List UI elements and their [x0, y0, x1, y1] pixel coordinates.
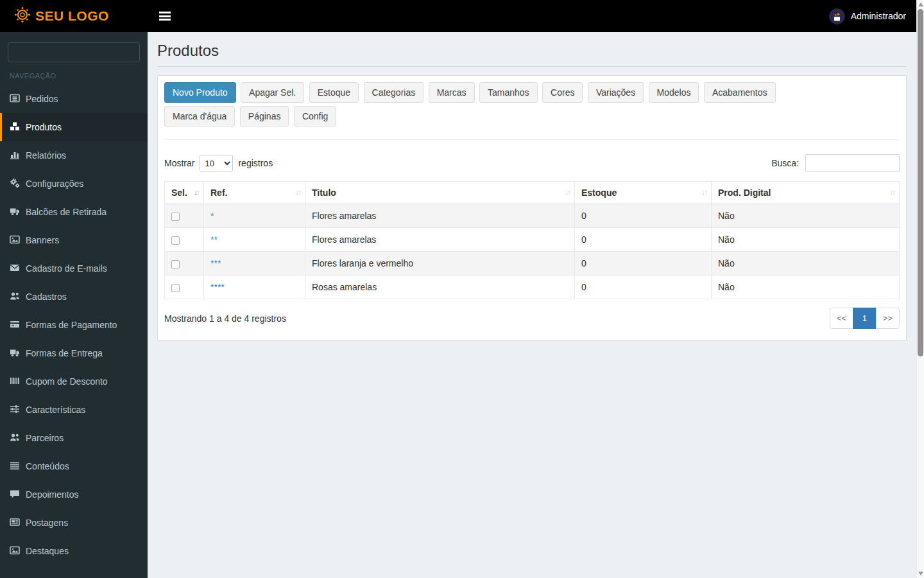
- sidebar-item-caracteristicas[interactable]: Características: [0, 396, 148, 424]
- page-length-control: Mostrar 10 registros: [164, 155, 273, 171]
- payment-credit-card-icon: [10, 319, 20, 331]
- column-header-prod-digital[interactable]: Prod. Digital ↓↑: [712, 182, 900, 204]
- orders-icon: [10, 93, 20, 105]
- toolbar-row-2: Marca d'água Páginas Config: [164, 106, 900, 130]
- highlights-image-icon: [10, 545, 20, 557]
- sidebar-item-banners[interactable]: Banners: [0, 226, 148, 254]
- table-row: * Flores amarelas 0 Não: [165, 204, 900, 228]
- variations-button[interactable]: Variações: [588, 82, 644, 103]
- column-header-estoque[interactable]: Estoque ↓↑: [575, 182, 712, 204]
- ref-link[interactable]: ***: [210, 258, 221, 268]
- watermark-button[interactable]: Marca d'água: [164, 106, 235, 127]
- scrollbar-thumb[interactable]: [918, 9, 923, 356]
- sort-icon: ↓↑: [889, 188, 894, 197]
- pagination-page-1-button[interactable]: 1: [853, 308, 877, 329]
- posts-newspaper-icon: [10, 517, 20, 529]
- sidebar-item-formas-de-pagamento[interactable]: Formas de Pagamento: [0, 311, 148, 339]
- sidebar-item-pedidos[interactable]: Pedidos: [0, 85, 148, 113]
- products-table: Sel. ↓↑ Ref. ↓↑ Titulo ↓↑ Estoque ↓↑: [164, 181, 900, 299]
- coupon-barcode-icon: [10, 376, 20, 388]
- partners-users-icon: [10, 432, 20, 444]
- testimonials-comment-icon: [10, 489, 20, 501]
- row-checkbox[interactable]: [171, 260, 180, 268]
- reports-bar-chart-icon: [10, 150, 20, 162]
- products-cubes-icon: [10, 121, 20, 134]
- window-scrollbar[interactable]: [916, 0, 924, 578]
- sidebar-item-configuracoes[interactable]: Configurações: [0, 170, 148, 198]
- table-row: *** Flores laranja e vermelho 0 Não: [165, 252, 900, 276]
- main-content: Produtos Novo Produto Apagar Sel. Estoqu…: [148, 32, 916, 578]
- colors-button[interactable]: Cores: [542, 82, 583, 103]
- row-checkbox[interactable]: [171, 284, 180, 292]
- delivery-truck-icon: [10, 347, 20, 360]
- sidebar-item-parceiros[interactable]: Parceiros: [0, 424, 148, 452]
- delete-selected-button[interactable]: Apagar Sel.: [241, 82, 304, 103]
- row-checkbox[interactable]: [171, 236, 180, 245]
- features-sliders-icon: [10, 404, 20, 416]
- page-title: Produtos: [157, 42, 907, 60]
- column-header-titulo[interactable]: Titulo ↓↑: [305, 182, 575, 204]
- sidebar-item-destaques[interactable]: Destaques: [0, 537, 148, 565]
- categories-button[interactable]: Categorias: [364, 82, 424, 103]
- models-button[interactable]: Modelos: [649, 82, 699, 103]
- table-search-control: Busca:: [771, 154, 900, 172]
- brands-button[interactable]: Marcas: [429, 82, 475, 103]
- products-panel: Novo Produto Apagar Sel. Estoque Categor…: [157, 75, 907, 341]
- app-logo[interactable]: SEU LOGO: [0, 0, 148, 32]
- finishes-button[interactable]: Acabamentos: [704, 82, 776, 103]
- sidebar: NAVEGAÇÃO Pedidos Produtos Relatórios Co…: [0, 32, 148, 578]
- sidebar-item-cupom-de-desconto[interactable]: Cupom de Desconto: [0, 367, 148, 396]
- email-envelope-icon: [10, 263, 20, 275]
- banners-image-icon: [10, 234, 20, 247]
- user-menu[interactable]: Administrador: [829, 8, 906, 24]
- logo-sun-gear-icon: [14, 6, 31, 26]
- scrollbar-down-arrow-icon[interactable]: [918, 572, 923, 575]
- sidebar-section-label: NAVEGAÇÃO: [0, 62, 148, 85]
- registrations-users-icon: [10, 291, 20, 303]
- sort-icon: ↓↑: [295, 188, 300, 197]
- user-name: Administrador: [851, 11, 906, 21]
- logo-text: SEU LOGO: [35, 8, 109, 24]
- row-checkbox[interactable]: [171, 213, 180, 221]
- config-button[interactable]: Config: [294, 106, 336, 127]
- sidebar-search-input[interactable]: [8, 42, 140, 62]
- sort-icon: ↓↑: [194, 188, 199, 197]
- column-header-sel[interactable]: Sel. ↓↑: [165, 182, 204, 204]
- pagination-prev-button[interactable]: <<: [830, 308, 853, 329]
- pagination-next-button[interactable]: >>: [876, 308, 900, 329]
- top-navbar: SEU LOGO Administrador: [0, 0, 924, 32]
- sidebar-item-relatorios[interactable]: Relatórios: [0, 141, 148, 170]
- scrollbar-up-arrow-icon[interactable]: [918, 3, 923, 6]
- search-label: Busca:: [771, 158, 799, 168]
- new-product-button[interactable]: Novo Produto: [164, 82, 236, 103]
- sort-icon: ↓↑: [701, 188, 706, 197]
- table-row: **** Rosas amarelas 0 Não: [165, 276, 900, 299]
- contents-list-icon: [10, 460, 20, 473]
- sidebar-item-formas-de-entrega[interactable]: Formas de Entrega: [0, 339, 148, 367]
- stock-button[interactable]: Estoque: [309, 82, 359, 103]
- pages-button[interactable]: Páginas: [240, 106, 289, 127]
- ref-link[interactable]: *: [210, 211, 214, 221]
- sidebar-item-produtos[interactable]: Produtos: [0, 113, 148, 141]
- ref-link[interactable]: ****: [210, 282, 225, 292]
- user-avatar: [829, 8, 845, 24]
- pagination: << 1 >>: [830, 308, 900, 329]
- sidebar-item-cadastro-de-emails[interactable]: Cadastro de E-mails: [0, 254, 148, 283]
- sidebar-item-conteudos[interactable]: Conteúdos: [0, 452, 148, 480]
- toolbar-row-1: Novo Produto Apagar Sel. Estoque Categor…: [164, 82, 900, 106]
- sidebar-item-balcoes-de-retirada[interactable]: Balcões de Retirada: [0, 198, 148, 226]
- sidebar-item-postagens[interactable]: Postagens: [0, 509, 148, 537]
- ref-link[interactable]: **: [210, 234, 218, 245]
- sizes-button[interactable]: Tamanhos: [479, 82, 538, 103]
- table-search-input[interactable]: [805, 154, 900, 172]
- page-length-select[interactable]: 10: [200, 155, 233, 171]
- settings-gears-icon: [10, 178, 20, 190]
- pickup-truck-icon: [10, 206, 20, 218]
- sidebar-item-depoimentos[interactable]: Depoimentos: [0, 480, 148, 509]
- sort-icon: ↓↑: [565, 188, 570, 197]
- column-header-ref[interactable]: Ref. ↓↑: [204, 182, 305, 204]
- table-row: ** Flores amarelas 0 Não: [165, 228, 900, 252]
- toolbar-divider: [164, 139, 900, 140]
- sidebar-item-cadastros[interactable]: Cadastros: [0, 283, 148, 311]
- menu-toggle-icon[interactable]: [157, 6, 173, 26]
